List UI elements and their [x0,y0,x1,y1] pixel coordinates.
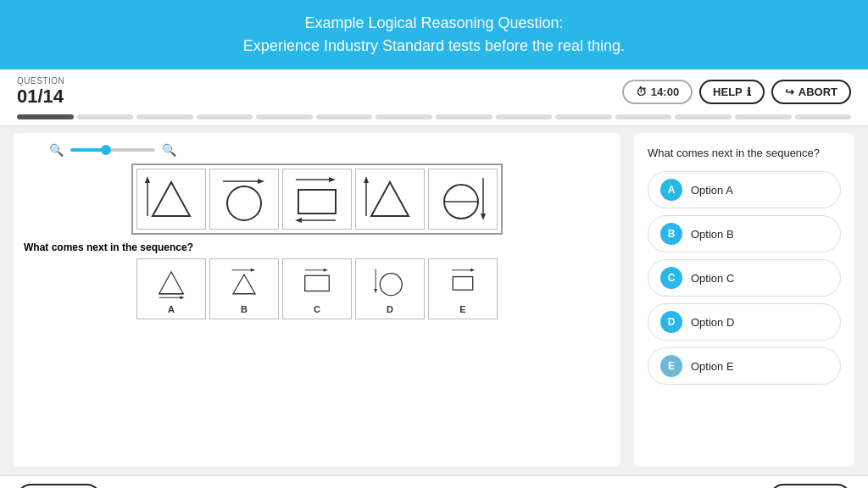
opt-cell-d[interactable]: D [355,258,425,319]
svg-marker-18 [159,272,184,294]
timer-icon: ⏱ [636,86,647,98]
help-label: HELP [713,86,743,98]
seq-cell-5 [428,169,498,230]
svg-marker-7 [329,177,336,182]
question-number: 01/14 [17,86,64,108]
question-controls: ⏱ 14:00 HELP ℹ ↪ ABORT [622,80,851,104]
option-c-button[interactable]: C Option C [648,259,841,297]
opt-b-label: B [241,304,248,314]
svg-rect-33 [453,276,472,290]
opt-c-label: C [314,304,320,314]
opt-cell-a[interactable]: A [136,258,206,319]
svg-marker-2 [153,182,190,216]
header: Example Logical Reasoning Question: Expe… [0,0,868,69]
progress-segment-7 [376,114,432,119]
progress-segment-9 [496,114,553,119]
option-e-circle: E [660,355,682,377]
svg-marker-10 [295,218,302,223]
zoom-out-icon[interactable]: 🔍 [49,143,64,157]
progress-bar [0,111,868,125]
option-c-label: Option C [691,272,734,285]
right-question: What comes next in the sequence? [648,147,841,159]
progress-segment-12 [675,114,732,119]
progress-segment-11 [615,114,672,119]
option-b-button[interactable]: B Option B [648,215,841,252]
opt-cell-c[interactable]: C [282,258,352,319]
progress-segment-2 [77,114,134,119]
question-label: QUESTION [17,76,64,86]
bottom-nav: < BACK NEXT > [0,475,868,488]
opt-d-label: D [387,304,393,314]
answer-row-question: What comes next in the sequence? [24,241,193,253]
back-button[interactable]: < BACK [17,484,101,489]
opt-e-label: E [459,304,465,314]
progress-segment-10 [555,114,612,119]
options-row: A B [136,258,498,319]
main-content: 🔍 🔍 [0,125,868,475]
option-b-circle: B [660,223,682,245]
right-panel: What comes next in the sequence? A Optio… [634,133,854,467]
option-e-label: Option E [691,360,734,373]
option-d-label: Option D [691,316,734,329]
opt-a-label: A [168,304,175,314]
svg-marker-24 [233,274,255,294]
progress-segment-14 [795,114,852,119]
option-a-button[interactable]: A Option A [648,171,841,208]
zoom-slider[interactable] [70,148,155,152]
option-e-button[interactable]: E Option E [648,347,841,385]
header-title: Example Logical Reasoning Question: Expe… [17,12,851,58]
svg-marker-26 [324,269,328,272]
header-line2: Experience Industry Standard tests befor… [243,37,625,54]
next-button[interactable]: NEXT > [770,484,851,489]
zoom-thumb [101,145,111,155]
svg-rect-27 [305,275,330,291]
seq-cell-2 [209,169,279,230]
abort-icon: ↪ [785,86,794,98]
svg-marker-13 [371,182,409,216]
svg-marker-32 [470,269,475,272]
progress-segment-8 [436,114,492,119]
svg-marker-21 [180,296,184,299]
question-bar: QUESTION 01/14 ⏱ 14:00 HELP ℹ ↪ ABORT [0,69,868,111]
svg-point-5 [227,186,261,220]
option-b-label: Option B [691,228,734,241]
progress-segment-1 [17,114,74,119]
header-line1: Example Logical Reasoning Question: [304,14,563,31]
svg-rect-8 [298,190,336,214]
svg-marker-12 [364,176,369,183]
svg-marker-4 [258,179,264,184]
timer-value: 14:00 [651,86,679,98]
svg-point-30 [380,273,402,295]
progress-segment-13 [735,114,792,119]
option-d-circle: D [660,311,682,333]
svg-marker-23 [251,269,255,272]
option-a-label: Option A [691,184,733,197]
opt-cell-b[interactable]: B [209,258,279,319]
option-d-button[interactable]: D Option D [648,303,841,341]
option-a-circle: A [660,179,682,201]
zoom-in-icon[interactable]: 🔍 [162,143,176,157]
abort-label: ABORT [798,86,837,98]
option-c-circle: C [660,267,682,289]
help-icon: ℹ [747,86,751,98]
progress-segment-3 [136,114,193,119]
svg-marker-29 [374,289,377,293]
abort-button[interactable]: ↪ ABORT [771,80,851,104]
left-panel: 🔍 🔍 [14,133,620,467]
progress-segment-4 [197,114,253,119]
svg-marker-1 [145,176,150,183]
seq-cell-4 [355,169,425,230]
zoom-control: 🔍 🔍 [49,143,176,157]
progress-segment-6 [316,114,373,119]
opt-cell-e[interactable]: E [428,258,498,319]
question-number-section: QUESTION 01/14 [17,76,64,108]
seq-cell-3 [282,169,352,230]
help-button[interactable]: HELP ℹ [699,80,765,104]
sequence-row [131,164,503,235]
seq-cell-1 [136,169,206,230]
timer-button[interactable]: ⏱ 14:00 [622,80,693,104]
progress-segment-5 [256,114,313,119]
svg-marker-15 [481,214,486,220]
